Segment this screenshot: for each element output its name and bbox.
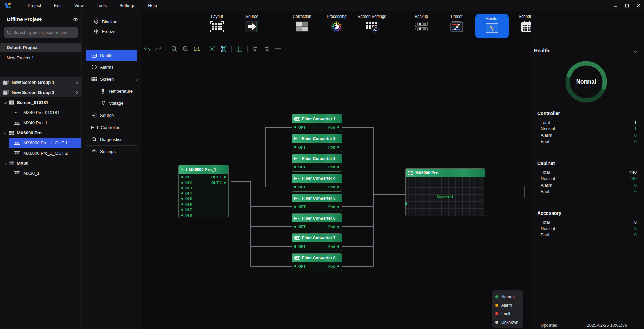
redo-button[interactable]: [154, 44, 163, 54]
port-opt[interactable]: OPT: [294, 165, 306, 169]
port-opt[interactable]: OPT: [294, 225, 306, 229]
menu-health[interactable]: Health: [86, 50, 137, 61]
screen-group-icon: [3, 80, 9, 85]
tree-mx30-1[interactable]: MX30_1: [0, 168, 81, 178]
more-options-button[interactable]: [273, 44, 283, 54]
port-in[interactable]: IN 8: [181, 212, 192, 218]
menu-diagnostics[interactable]: Diagnostics: [86, 134, 137, 144]
menu-help[interactable]: Help: [144, 2, 161, 9]
menu-view[interactable]: View: [70, 2, 88, 9]
zoom-ratio-button[interactable]: 1:1: [192, 46, 201, 52]
add-project-icon[interactable]: [38, 17, 43, 22]
port-opt[interactable]: OPT: [294, 185, 306, 189]
node-mx6000-pro-screen[interactable]: MX6000 Pro Normal: [405, 168, 485, 216]
node-fiber-converter-6[interactable]: Fiber Converter 6 OPTPort: [292, 213, 342, 231]
port-opt[interactable]: OPT: [294, 205, 306, 209]
menu-source[interactable]: Source: [86, 109, 137, 121]
port-out[interactable]: OUT 2: [211, 180, 226, 185]
fit-view-button[interactable]: [219, 44, 228, 54]
align-left-button[interactable]: [251, 44, 260, 54]
controller-device-icon: [14, 111, 20, 114]
freeze-button[interactable]: Freeze: [93, 27, 115, 36]
port-out[interactable]: Port: [328, 264, 339, 268]
project-item-default[interactable]: Default Project: [0, 43, 81, 52]
port-opt[interactable]: OPT: [294, 244, 306, 249]
menu-temperature[interactable]: Temperature: [86, 85, 137, 97]
canvas-scrollbar-thumb[interactable]: [524, 186, 525, 198]
port-in[interactable]: IN 7: [181, 207, 192, 212]
port-opt[interactable]: OPT: [294, 264, 306, 268]
undo-button[interactable]: [142, 44, 152, 54]
tree-screen-010181[interactable]: Screen_010181: [0, 97, 81, 107]
tree-screen-group-1[interactable]: New Screen Group 1: [0, 77, 81, 87]
eye-icon[interactable]: [73, 17, 78, 22]
node-fiber-converter-7[interactable]: Fiber Converter 7 OPTPort: [292, 233, 342, 251]
tree-mx30[interactable]: MX30: [0, 158, 81, 168]
maximize-button[interactable]: [621, 0, 633, 11]
port-in[interactable]: IN 6: [181, 201, 192, 207]
menu-controller[interactable]: Controller: [86, 122, 137, 133]
ribbon-backup[interactable]: Backup: [403, 13, 440, 38]
port-out[interactable]: Port: [328, 205, 339, 209]
node-fiber-converter-8[interactable]: Fiber Converter 8 OPTPort: [292, 253, 342, 271]
port-opt[interactable]: OPT: [294, 125, 306, 129]
port-in[interactable]: IN 3: [181, 185, 192, 191]
minimize-button[interactable]: [610, 0, 621, 11]
focus-selection-button[interactable]: [207, 44, 217, 54]
port-dot: [294, 146, 296, 148]
settings-gear-icon: [91, 149, 97, 154]
node-fiber-converter-3[interactable]: Fiber Converter 3 OPTPort: [292, 154, 342, 172]
menu-edit[interactable]: Edit: [50, 2, 65, 9]
tree-mx6000-pro[interactable]: MX6000 Pro: [0, 128, 81, 138]
tree-mx6000-pro-1-out1[interactable]: MX6000 Pro_1_OUT 1: [9, 138, 81, 148]
blackout-icon: [93, 19, 99, 24]
menu-settings[interactable]: Settings: [115, 2, 139, 9]
node-fiber-converter-2[interactable]: Fiber Converter 2 OPTPort: [292, 134, 342, 152]
port-out[interactable]: OUT 1: [211, 174, 226, 180]
blackout-button[interactable]: Blackout: [93, 17, 119, 26]
project-item-new1[interactable]: New Project 1: [0, 53, 81, 62]
chevron-down-icon[interactable]: [634, 49, 637, 53]
tree-mx6000-pro-1-out2[interactable]: MX6000 Pro_1_OUT 2: [0, 148, 81, 158]
port-in[interactable]: IN 2: [181, 180, 192, 185]
menu-settings[interactable]: Settings: [86, 146, 137, 156]
zoom-out-button[interactable]: [169, 44, 179, 54]
port-in[interactable]: IN 5: [181, 196, 192, 201]
port-out[interactable]: Port: [328, 225, 339, 229]
menu-screen[interactable]: Screen: [86, 73, 137, 85]
search-input[interactable]: [13, 30, 71, 35]
menu-project[interactable]: Project: [24, 2, 45, 9]
ribbon-processing[interactable]: Processing: [318, 13, 355, 38]
menu-alarms[interactable]: Alarms: [86, 61, 137, 73]
port-out[interactable]: Port: [328, 125, 339, 129]
ribbon-correction[interactable]: Correction: [283, 13, 320, 38]
ribbon-layout[interactable]: Layout: [198, 13, 235, 38]
tree-mx40-pro-010181[interactable]: MX40 Pro_010181: [0, 107, 81, 118]
tree-mx40-pro-1[interactable]: MX40 Pro_1: [0, 118, 81, 128]
diagnostics-icon: [91, 137, 97, 142]
node-mx6000-pro-1[interactable]: MX6000 Pro_1 IN 1 IN 2 IN 3 IN 4 IN 5 IN…: [178, 165, 229, 218]
node-fiber-converter-5[interactable]: Fiber Converter 5 OPTPort: [292, 194, 342, 211]
port-in[interactable]: IN 1: [181, 174, 192, 180]
port-opt[interactable]: OPT: [294, 145, 306, 149]
close-button[interactable]: [633, 0, 644, 11]
zoom-in-button[interactable]: [181, 44, 190, 54]
ribbon-preset[interactable]: Preset: [438, 13, 475, 38]
grid-button[interactable]: [235, 44, 244, 54]
search-box[interactable]: [4, 27, 78, 38]
port-in[interactable]: IN 4: [181, 191, 192, 196]
node-fiber-converter-4[interactable]: Fiber Converter 4 OPTPort: [292, 174, 342, 192]
tree-screen-group-2[interactable]: New Screen Group 2: [0, 87, 81, 97]
menu-tools[interactable]: Tools: [92, 2, 111, 9]
menu-voltage[interactable]: Voltage: [86, 97, 137, 109]
node-title: Fiber Converter 1: [302, 117, 335, 121]
node-fiber-converter-1[interactable]: Fiber Converter 1 OPTPort: [292, 114, 342, 132]
port-out[interactable]: Port: [328, 185, 339, 189]
port-out[interactable]: Port: [328, 165, 339, 169]
ribbon-monitor[interactable]: Monitor: [475, 14, 509, 38]
port-out[interactable]: Port: [328, 145, 339, 149]
ribbon-screen-settings[interactable]: Screen Settings: [353, 13, 390, 38]
port-out[interactable]: Port: [328, 244, 339, 249]
align-right-button[interactable]: [262, 44, 271, 54]
ribbon-source[interactable]: Source: [233, 13, 270, 38]
